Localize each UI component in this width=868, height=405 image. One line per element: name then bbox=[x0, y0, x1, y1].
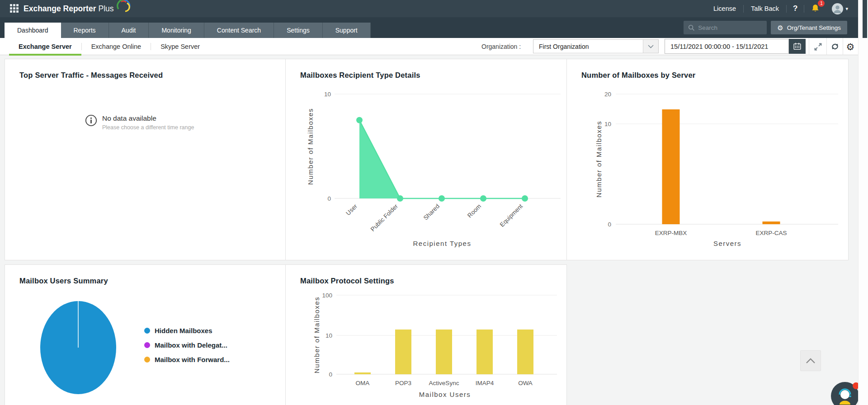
svg-text:Servers: Servers bbox=[713, 240, 741, 247]
svg-text:OMA: OMA bbox=[356, 380, 370, 386]
svg-text:Equipment: Equipment bbox=[499, 202, 524, 228]
org-tenant-settings-label: Org/Tenant Settings bbox=[787, 24, 841, 31]
svg-text:Public Folder: Public Folder bbox=[369, 202, 400, 233]
header-actions: License Talk Back ? 1 ▾ bbox=[706, 0, 851, 17]
svg-text:100: 100 bbox=[322, 292, 332, 299]
svg-text:Number of Mailboxes: Number of Mailboxes bbox=[595, 121, 603, 198]
mailboxes-by-server-chart: 20100Number of MailboxesEXRP-MBXEXRP-CAS… bbox=[567, 59, 848, 260]
avatar bbox=[832, 3, 843, 14]
legend-swatch bbox=[144, 328, 150, 334]
svg-text:Number of Mailboxes: Number of Mailboxes bbox=[313, 297, 321, 373]
no-data-subtitle: Please choose a different time range bbox=[102, 124, 194, 131]
notifications-button[interactable]: 1 bbox=[804, 4, 826, 14]
recipient-types-chart: 100Number of MailboxesUserPublic FolderS… bbox=[286, 59, 566, 260]
apps-grid-icon[interactable] bbox=[10, 4, 19, 13]
calendar-icon bbox=[793, 42, 802, 51]
svg-text:ActiveSync: ActiveSync bbox=[429, 380, 459, 386]
tab-monitoring[interactable]: Monitoring bbox=[149, 23, 204, 38]
brand-title: Exchange ReporterPlus bbox=[24, 4, 114, 14]
tab-support[interactable]: Support bbox=[323, 23, 371, 38]
chevron-down-icon: ▾ bbox=[845, 6, 848, 12]
license-link[interactable]: License bbox=[706, 5, 743, 12]
organization-select[interactable]: First Organization bbox=[533, 39, 659, 53]
scrollbar-track[interactable] bbox=[858, 0, 868, 405]
subtab-skype-server[interactable]: Skype Server bbox=[151, 38, 209, 55]
legend-label: Hidden Mailboxes bbox=[155, 327, 212, 334]
svg-text:EXRP-MBX: EXRP-MBX bbox=[655, 230, 687, 236]
gear-icon: ⚙ bbox=[846, 42, 855, 52]
svg-text:EXRP-CAS: EXRP-CAS bbox=[755, 230, 787, 236]
tab-settings[interactable]: Settings bbox=[274, 23, 323, 38]
no-data-message: No data available Please choose a differ… bbox=[85, 114, 194, 131]
svg-text:10: 10 bbox=[326, 332, 332, 339]
calendar-button[interactable] bbox=[789, 39, 806, 54]
legend-label: Mailbox with Delegat... bbox=[155, 341, 227, 349]
legend-swatch bbox=[144, 342, 150, 348]
organization-value: First Organization bbox=[533, 43, 643, 50]
panel-title: Top Server Traffic - Messages Received bbox=[19, 71, 163, 80]
organization-label: Organization : bbox=[481, 38, 521, 55]
date-range-input[interactable]: 15/11/2021 00:00:00 - 15/11/2021 bbox=[665, 39, 789, 54]
chevron-down-icon bbox=[643, 40, 658, 53]
svg-text:0: 0 bbox=[327, 195, 331, 202]
legend-item-mailbox-with-forwarding[interactable]: Mailbox with Forward... bbox=[144, 356, 230, 363]
help-icon[interactable]: ? bbox=[787, 4, 804, 13]
svg-text:IMAP4: IMAP4 bbox=[476, 380, 494, 386]
talkback-link[interactable]: Talk Back bbox=[744, 5, 786, 12]
search-box[interactable] bbox=[684, 21, 767, 34]
subtab-exchange-online[interactable]: Exchange Online bbox=[82, 38, 151, 55]
svg-text:POP3: POP3 bbox=[395, 380, 411, 386]
user-menu[interactable]: ▾ bbox=[826, 3, 851, 14]
svg-text:Recipient Types: Recipient Types bbox=[413, 240, 472, 247]
search-input[interactable] bbox=[698, 24, 757, 31]
pie-legend: Hidden Mailboxes Mailbox with Delegat...… bbox=[144, 327, 230, 370]
mailbox-protocol-chart: 100100Number of MailboxesOMAPOP3ActiveSy… bbox=[286, 265, 566, 405]
panel-recipient-type-details: Mailboxes Recipient Type Details 100Numb… bbox=[285, 59, 567, 260]
brand-swoosh-icon bbox=[115, 0, 131, 15]
nav-tabs: Dashboard Reports Audit Monitoring Conte… bbox=[5, 23, 371, 38]
svg-text:Shared: Shared bbox=[422, 203, 441, 221]
legend-item-mailbox-with-delegates[interactable]: Mailbox with Delegat... bbox=[144, 341, 230, 349]
expand-icon bbox=[813, 42, 823, 52]
tab-content-search[interactable]: Content Search bbox=[204, 23, 274, 38]
svg-text:User: User bbox=[344, 202, 359, 217]
svg-text:OWA: OWA bbox=[518, 380, 533, 386]
tab-audit[interactable]: Audit bbox=[109, 23, 149, 38]
gear-icon: ⚙ bbox=[777, 24, 783, 31]
search-icon bbox=[688, 24, 695, 31]
tab-reports[interactable]: Reports bbox=[61, 23, 109, 38]
subtab-exchange-server[interactable]: Exchange Server bbox=[9, 38, 81, 55]
support-chat-button[interactable] bbox=[831, 382, 859, 405]
tab-dashboard[interactable]: Dashboard bbox=[5, 23, 61, 38]
org-tenant-settings-button[interactable]: ⚙ Org/Tenant Settings bbox=[771, 21, 847, 34]
svg-text:Room: Room bbox=[466, 203, 482, 219]
refresh-button[interactable] bbox=[828, 38, 842, 55]
panel-mailbox-protocol-settings: Mailbox Protocol Settings 100100Number o… bbox=[285, 264, 567, 405]
svg-text:Number of Mailboxes: Number of Mailboxes bbox=[307, 108, 314, 185]
svg-text:Mailbox Users: Mailbox Users bbox=[419, 391, 471, 398]
scroll-to-top-button[interactable] bbox=[800, 350, 821, 371]
notification-badge: 1 bbox=[818, 0, 825, 7]
scrollbar-thumb[interactable] bbox=[863, 0, 867, 38]
fullscreen-button[interactable] bbox=[811, 38, 825, 55]
app-header: Exchange ReporterPlus License Talk Back … bbox=[0, 0, 858, 17]
svg-text:0: 0 bbox=[608, 221, 611, 228]
main-nav: Dashboard Reports Audit Monitoring Conte… bbox=[0, 17, 858, 38]
sub-nav: Exchange Server Exchange Online Skype Se… bbox=[0, 38, 858, 55]
panel-top-server-traffic: Top Server Traffic - Messages Received N… bbox=[5, 59, 286, 260]
svg-text:20: 20 bbox=[604, 91, 611, 98]
no-data-title: No data available bbox=[102, 114, 194, 122]
info-icon bbox=[85, 114, 97, 127]
panel-mailbox-users-summary: Mailbox Users Summary Hidden Mailboxes M… bbox=[5, 264, 286, 405]
legend-item-hidden-mailboxes[interactable]: Hidden Mailboxes bbox=[144, 327, 230, 334]
svg-text:10: 10 bbox=[604, 121, 611, 127]
svg-text:10: 10 bbox=[324, 91, 331, 98]
dashboard-settings-button[interactable]: ⚙ bbox=[844, 38, 857, 55]
refresh-icon bbox=[830, 42, 840, 51]
legend-swatch bbox=[144, 357, 150, 363]
legend-label: Mailbox with Forward... bbox=[155, 356, 230, 363]
panel-mailboxes-by-server: Number of Mailboxes by Server 20100Numbe… bbox=[566, 59, 849, 260]
brand-suffix: Plus bbox=[98, 4, 113, 13]
svg-text:0: 0 bbox=[329, 371, 332, 378]
brand-main: Exchange Reporter bbox=[24, 4, 96, 13]
